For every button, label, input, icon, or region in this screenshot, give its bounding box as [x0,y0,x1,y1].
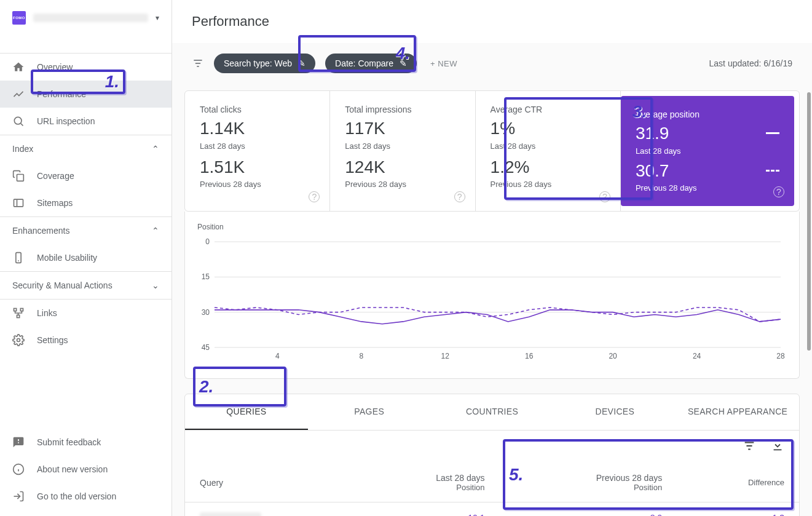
svg-text:28: 28 [776,352,785,360]
legend-dash-icon [766,170,779,172]
card-average-ctr[interactable]: Average CTR 1% Last 28 days 1.2% Previou… [476,91,621,211]
svg-text:8: 8 [359,352,363,360]
svg-text:4: 4 [275,352,280,360]
card-period-previous: Previous 28 days [200,180,315,189]
legend-solid-icon [766,132,779,134]
new-filter-button[interactable]: + NEW [430,59,457,68]
svg-rect-3 [16,253,21,263]
site-selector[interactable]: FOMO ▾ [0,0,171,54]
pencil-icon: ✎ [298,58,305,68]
help-icon[interactable]: ? [454,191,465,202]
table-header-prev28-position[interactable]: Previous 28 days Position [500,463,677,502]
svg-rect-6 [17,315,20,317]
info-icon [12,463,26,475]
download-icon[interactable] [771,439,784,454]
chevron-up-icon: ⌃ [152,226,159,236]
exit-icon [12,490,26,502]
sidebar-item-settings[interactable]: Settings [0,327,171,354]
help-icon[interactable]: ? [599,191,610,202]
card-period-current: Last 28 days [491,141,605,151]
sidebar-item-label: Settings [37,335,68,345]
tab-search-appearance[interactable]: SEARCH APPEARANCE [676,394,799,430]
sidebar-item-label: Performance [37,89,86,99]
table-header-query[interactable]: Query [185,463,354,502]
sidebar-item-label: URL inspection [37,116,95,126]
chip-label: Search type: Web [224,58,292,68]
table-tools [185,431,799,463]
sidebar-item-coverage[interactable]: Coverage [0,162,171,189]
chevron-up-icon: ⌃ [152,144,159,154]
sidebar-header-label: Index [12,144,33,154]
card-label: Average position [636,109,779,119]
chip-label: Date: Compare [335,58,393,68]
card-period-current: Last 28 days [345,141,460,151]
chip-date-compare[interactable]: Date: Compare ✎ [325,54,417,73]
position-chart: 0153045481216202428 [197,235,787,364]
last-updated-text: Last updated: 6/16/19 [709,58,792,68]
svg-text:30: 30 [202,308,210,317]
svg-rect-2 [14,199,23,207]
card-total-clicks[interactable]: Total clicks 1.14K Last 28 days 1.51K Pr… [185,91,330,211]
sidebar-header-enhancements[interactable]: Enhancements ⌃ [0,217,171,244]
help-icon[interactable]: ? [773,186,784,197]
svg-text:24: 24 [693,352,701,360]
copy-icon [12,170,26,182]
svg-text:12: 12 [441,352,450,360]
site-avatar: FOMO [12,11,26,25]
tab-devices[interactable]: DEVICES [553,394,676,430]
tab-countries[interactable]: COUNTRIES [431,394,554,430]
card-value-current: 31.9 [636,123,669,144]
svg-text:0: 0 [205,237,210,246]
help-icon[interactable]: ? [309,191,320,202]
card-period-previous: Previous 28 days [491,180,605,189]
tab-pages[interactable]: PAGES [308,394,431,430]
pencil-icon: ✎ [400,58,407,68]
sidebar-item-overview[interactable]: Overview [0,54,171,81]
sidebar-item-old-version[interactable]: Go to the old version [0,483,171,510]
sidebar-header-label: Security & Manual Actions [12,280,112,290]
sidebar-item-label: Links [37,308,57,318]
sidebar-header-label: Enhancements [12,226,69,236]
sidebar-item-performance[interactable]: Performance [0,81,171,108]
table-row[interactable]: 10.1 8.9 1.3 [185,502,799,516]
svg-rect-5 [20,309,23,311]
card-value-current: 117K [345,118,460,139]
svg-rect-1 [17,175,24,181]
tab-queries[interactable]: QUERIES [185,394,308,430]
main-scrollbar[interactable] [807,92,811,351]
filter-icon[interactable] [192,57,204,69]
cell-difference: 1.3 [677,502,799,516]
table-header-difference[interactable]: Difference [677,463,799,502]
card-period-current: Last 28 days [200,141,315,151]
sidebar-item-sitemaps[interactable]: Sitemaps [0,189,171,216]
view-icon [12,197,26,209]
card-value-current: 1% [491,118,605,139]
metrics-cards: Total clicks 1.14K Last 28 days 1.51K Pr… [184,90,800,212]
card-value-previous: 1.51K [200,157,315,178]
chip-search-type[interactable]: Search type: Web ✎ [214,54,315,73]
card-period-current: Last 28 days [636,146,779,156]
table-filter-icon[interactable] [743,439,756,454]
card-total-impressions[interactable]: Total impressions 117K Last 28 days 124K… [330,91,475,211]
card-average-position[interactable]: Average position 31.9 Last 28 days 30.7 … [621,96,794,206]
cell-last28-position: 10.1 [354,502,500,516]
search-icon [12,115,26,127]
sidebar-item-url-inspection[interactable]: URL inspection [0,108,171,135]
card-period-previous: Previous 28 days [345,180,460,189]
cell-prev28-position: 8.9 [500,502,677,516]
table-header-last28-position[interactable]: Last 28 days Position [354,463,500,502]
chart-container: Position 0153045481216202428 [184,212,800,379]
sidebar-item-label: Overview [37,62,73,72]
svg-point-0 [14,117,22,124]
sidebar-item-label: Sitemaps [37,198,73,208]
sidebar-item-about[interactable]: About new version [0,456,171,483]
sidebar-header-security[interactable]: Security & Manual Actions ⌄ [0,272,171,299]
gear-icon [12,334,26,346]
sidebar-item-links[interactable]: Links [0,300,171,327]
sidebar-header-index[interactable]: Index ⌃ [0,135,171,162]
links-icon [12,307,26,319]
chevron-down-icon: ▾ [156,14,159,22]
card-label: Average CTR [491,105,605,114]
sidebar-item-mobile-usability[interactable]: Mobile Usability [0,244,171,271]
sidebar-item-feedback[interactable]: Submit feedback [0,429,171,456]
